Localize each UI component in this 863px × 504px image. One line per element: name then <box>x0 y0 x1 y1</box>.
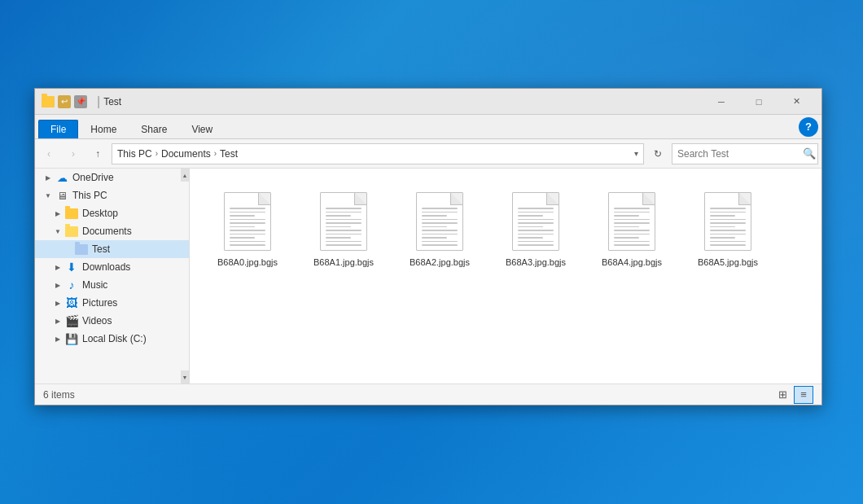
doc-line <box>518 241 554 243</box>
grid-view-button[interactable]: ⊞ <box>773 386 792 404</box>
doc-icon-2 <box>416 192 463 251</box>
sidebar-item-onedrive[interactable]: ▶ ☁ OneDrive <box>35 169 189 186</box>
window-folder-icon <box>42 96 55 107</box>
view-controls: ⊞ ≡ <box>773 386 813 404</box>
doc-line <box>614 230 650 231</box>
sidebar-item-videos[interactable]: ▶ 🎬 Videos <box>35 312 189 330</box>
content-area: ▲ ▶ ☁ OneDrive ▼ 🖥 This PC ▶ <box>35 169 821 383</box>
breadcrumb-documents[interactable]: Documents <box>161 148 211 160</box>
file-area: B68A0.jpg.bgjs <box>190 169 821 383</box>
search-box[interactable]: 🔍 <box>672 143 818 164</box>
file-item-3[interactable]: B68A3.jpg.bgjs <box>491 182 580 274</box>
sidebar-item-local-disk[interactable]: ▶ 💾 Local Disk (C:) <box>35 330 189 348</box>
sidebar-label-thispc: This PC <box>72 190 107 201</box>
sidebar-item-music[interactable]: ▶ ♪ Music <box>35 276 189 294</box>
onedrive-icon: ☁ <box>55 171 69 184</box>
tab-file[interactable]: File <box>38 120 78 138</box>
doc-line <box>614 219 650 221</box>
doc-line <box>614 222 650 224</box>
doc-line <box>518 219 554 221</box>
doc-icon-3 <box>512 192 559 251</box>
tab-home[interactable]: Home <box>78 120 129 138</box>
file-name-0: B68A0.jpg.bgjs <box>217 257 278 267</box>
doc-line <box>518 215 543 217</box>
list-view-button[interactable]: ≡ <box>794 386 813 404</box>
doc-lines-3 <box>518 208 554 246</box>
sidebar-item-desktop[interactable]: ▶ Desktop <box>35 204 189 222</box>
file-icon-5 <box>699 189 756 254</box>
file-name-2: B68A2.jpg.bgjs <box>410 257 470 267</box>
up-button[interactable]: ↑ <box>87 143 108 164</box>
breadcrumb-arrow-1: › <box>156 149 158 158</box>
address-dropdown-icon[interactable]: ▾ <box>634 149 638 158</box>
doc-line <box>422 241 458 243</box>
help-button[interactable]: ? <box>799 117 818 137</box>
sidebar-item-pictures[interactable]: ▶ 🖼 Pictures <box>35 294 189 312</box>
doc-line <box>710 226 735 228</box>
sidebar-item-thispc[interactable]: ▼ 🖥 This PC <box>35 186 189 204</box>
sidebar-label-music: Music <box>82 279 107 291</box>
doc-line <box>326 208 361 209</box>
search-input[interactable] <box>677 148 799 160</box>
expander-documents[interactable]: ▼ <box>51 228 64 235</box>
doc-line <box>710 241 746 243</box>
expander-desktop[interactable]: ▶ <box>51 210 64 217</box>
doc-icon-1 <box>320 192 367 251</box>
file-item-2[interactable]: B68A2.jpg.bgjs <box>395 182 484 274</box>
file-name-5: B68A5.jpg.bgjs <box>698 257 758 267</box>
doc-line <box>326 219 361 221</box>
expander-local-disk[interactable]: ▶ <box>51 335 64 343</box>
forward-button[interactable]: › <box>63 143 84 164</box>
expander-thispc[interactable]: ▼ <box>42 192 55 199</box>
sidebar-item-test[interactable]: ▶ Test <box>35 240 189 258</box>
expander-videos[interactable]: ▶ <box>51 318 64 325</box>
file-explorer-window: ↩ 📌 | Test ─ □ ✕ File Home Share View ? … <box>34 88 822 405</box>
back-button[interactable]: ‹ <box>38 143 59 164</box>
sidebar-scroll-up[interactable]: ▲ <box>181 169 189 182</box>
doc-line <box>230 219 265 221</box>
doc-lines-5 <box>710 208 746 246</box>
breadcrumb-this-pc[interactable]: This PC <box>117 148 152 160</box>
file-name-3: B68A3.jpg.bgjs <box>506 257 566 267</box>
sidebar-label-documents: Documents <box>82 226 132 237</box>
tab-view[interactable]: View <box>179 120 225 138</box>
search-icon[interactable]: 🔍 <box>803 147 816 160</box>
close-button[interactable]: ✕ <box>778 89 815 115</box>
doc-line <box>614 215 639 217</box>
file-icon-0 <box>219 189 276 254</box>
expander-music[interactable]: ▶ <box>51 282 64 289</box>
doc-line <box>614 212 650 213</box>
file-name-1: B68A1.jpg.bgjs <box>313 257 374 267</box>
doc-line <box>422 226 447 228</box>
file-icon-4 <box>603 189 660 254</box>
tab-share[interactable]: Share <box>129 120 179 138</box>
address-bar[interactable]: This PC › Documents › Test ▾ <box>112 143 644 164</box>
doc-line <box>518 226 543 228</box>
doc-icon-5 <box>704 192 751 251</box>
title-pin-icon: 📌 <box>74 95 87 108</box>
maximize-button[interactable]: □ <box>740 89 778 115</box>
doc-line <box>710 208 746 209</box>
status-bar: 6 items ⊞ ≡ <box>35 383 821 405</box>
sidebar-item-downloads[interactable]: ▶ ⬇ Downloads <box>35 258 189 276</box>
expander-onedrive[interactable]: ▶ <box>42 174 55 182</box>
file-item-0[interactable]: B68A0.jpg.bgjs <box>203 182 292 274</box>
file-item-4[interactable]: B68A4.jpg.bgjs <box>587 182 677 274</box>
pictures-icon: 🖼 <box>64 296 79 309</box>
doc-line <box>614 234 650 235</box>
sidebar-item-documents[interactable]: ▼ Documents <box>35 222 189 240</box>
refresh-button[interactable]: ↻ <box>647 143 668 164</box>
drive-icon: 💾 <box>64 332 79 345</box>
file-item-5[interactable]: B68A5.jpg.bgjs <box>683 182 773 274</box>
file-icon-3 <box>507 189 564 254</box>
minimize-button[interactable]: ─ <box>703 89 740 115</box>
doc-line <box>230 208 265 209</box>
doc-line <box>230 212 265 213</box>
expander-downloads[interactable]: ▶ <box>51 264 64 271</box>
doc-line <box>710 222 746 224</box>
breadcrumb-test[interactable]: Test <box>220 148 238 160</box>
file-item-1[interactable]: B68A1.jpg.bgjs <box>299 182 388 274</box>
doc-lines-1 <box>326 208 361 246</box>
sidebar-scroll-down[interactable]: ▼ <box>181 370 189 383</box>
expander-pictures[interactable]: ▶ <box>51 300 64 307</box>
